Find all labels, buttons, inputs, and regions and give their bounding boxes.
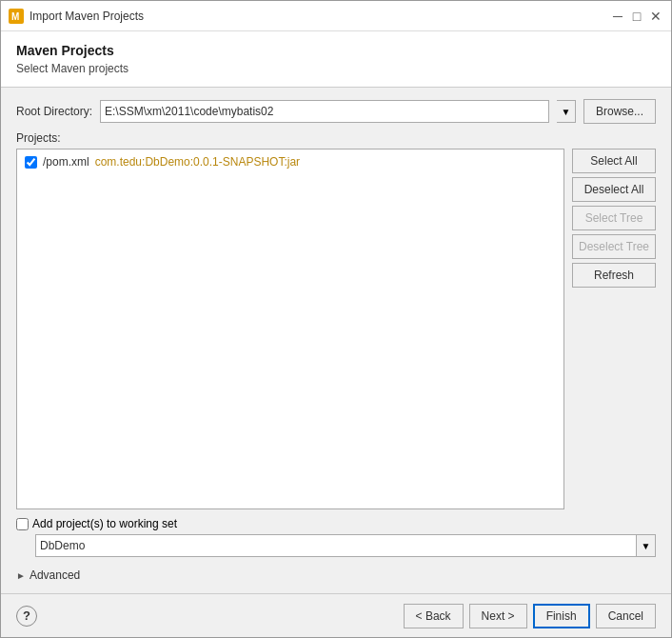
footer: ? < Back Next > Finish Cancel bbox=[1, 593, 671, 637]
page-subtitle: Select Maven projects bbox=[16, 62, 656, 75]
advanced-section[interactable]: ► Advanced bbox=[16, 568, 656, 582]
browse-button[interactable]: Browse... bbox=[583, 99, 656, 124]
main-window: M Import Maven Projects ─ □ ✕ Maven Proj… bbox=[0, 0, 672, 638]
next-button[interactable]: Next > bbox=[469, 604, 527, 628]
working-set-section: Add project(s) to working set ▼ bbox=[16, 517, 656, 557]
working-set-checkbox[interactable] bbox=[16, 518, 29, 530]
footer-left: ? bbox=[16, 606, 37, 627]
help-button[interactable]: ? bbox=[16, 606, 37, 627]
list-item: /pom.xml com.tedu:DbDemo:0.0.1-SNAPSHOT:… bbox=[21, 153, 560, 170]
projects-list[interactable]: /pom.xml com.tedu:DbDemo:0.0.1-SNAPSHOT:… bbox=[16, 149, 564, 509]
refresh-button[interactable]: Refresh bbox=[572, 263, 656, 288]
svg-text:M: M bbox=[11, 11, 19, 22]
cancel-button[interactable]: Cancel bbox=[596, 604, 656, 628]
maximize-button[interactable]: □ bbox=[629, 9, 644, 24]
footer-right: < Back Next > Finish Cancel bbox=[404, 604, 656, 628]
deselect-tree-button[interactable]: Deselect Tree bbox=[572, 234, 656, 259]
title-bar: M Import Maven Projects ─ □ ✕ bbox=[1, 1, 671, 31]
advanced-arrow-icon: ► bbox=[16, 570, 26, 581]
working-set-label: Add project(s) to working set bbox=[32, 517, 177, 530]
project-path: /pom.xml bbox=[43, 155, 89, 169]
working-set-input[interactable] bbox=[35, 534, 637, 557]
projects-label: Projects: bbox=[16, 131, 656, 145]
close-button[interactable]: ✕ bbox=[648, 9, 663, 24]
page-title: Maven Projects bbox=[16, 43, 656, 58]
projects-section: Projects: /pom.xml com.tedu:DbDemo:0.0.1… bbox=[16, 131, 656, 509]
select-all-button[interactable]: Select All bbox=[572, 149, 656, 173]
window-title: Import Maven Projects bbox=[30, 10, 610, 23]
project-checkbox[interactable] bbox=[25, 156, 37, 169]
advanced-label: Advanced bbox=[30, 568, 80, 582]
root-dir-row: Root Directory: ▼ Browse... bbox=[16, 99, 656, 124]
window-controls: ─ □ ✕ bbox=[610, 9, 663, 24]
root-dir-input[interactable] bbox=[100, 100, 549, 123]
back-button[interactable]: < Back bbox=[404, 604, 464, 628]
working-set-row: Add project(s) to working set bbox=[16, 517, 656, 530]
side-buttons: Select All Deselect All Select Tree Dese… bbox=[572, 149, 656, 509]
root-dir-dropdown[interactable]: ▼ bbox=[557, 100, 576, 123]
deselect-all-button[interactable]: Deselect All bbox=[572, 177, 656, 202]
working-set-dropdown-row: ▼ bbox=[35, 534, 656, 557]
project-artifact: com.tedu:DbDemo:0.0.1-SNAPSHOT:jar bbox=[95, 155, 300, 169]
select-tree-button[interactable]: Select Tree bbox=[572, 206, 656, 230]
root-dir-label: Root Directory: bbox=[16, 105, 92, 118]
projects-container: /pom.xml com.tedu:DbDemo:0.0.1-SNAPSHOT:… bbox=[16, 149, 656, 509]
main-area: Root Directory: ▼ Browse... Projects: /p… bbox=[1, 88, 671, 593]
minimize-button[interactable]: ─ bbox=[610, 9, 625, 24]
working-set-dropdown-arrow[interactable]: ▼ bbox=[637, 534, 656, 557]
header-section: Maven Projects Select Maven projects bbox=[1, 31, 671, 88]
window-icon: M bbox=[9, 9, 24, 24]
finish-button[interactable]: Finish bbox=[533, 604, 590, 628]
